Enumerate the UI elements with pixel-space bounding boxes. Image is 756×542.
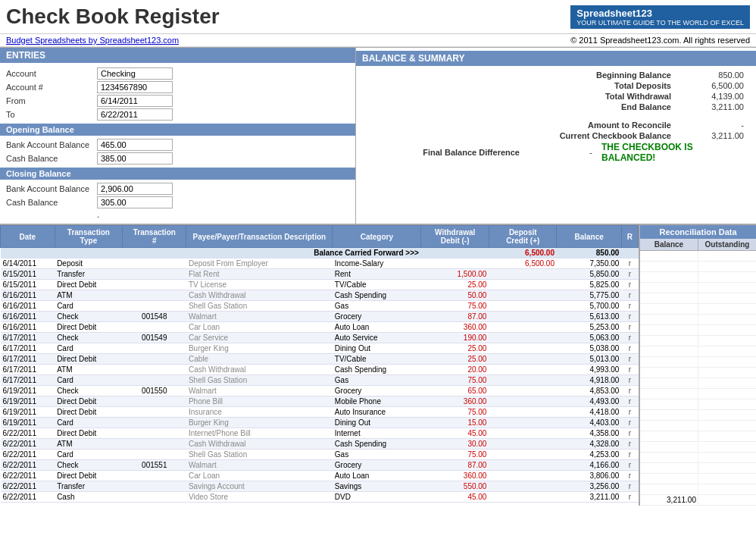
sub-header: Budget Spreadsheets by Spreadsheet123.co… [0, 34, 756, 47]
entry-row-cash-close: Cash Balance 305.00 [6, 196, 349, 208]
entries-section: ENTRIES Account Checking Account # 12345… [0, 48, 356, 224]
carry-forward-row: Balance Carried Forward >>> 6,500.00 850… [1, 248, 639, 258]
recon-row [640, 315, 756, 325]
closing-balance-header: Closing Balance [0, 168, 355, 180]
balance-row-checkbook: Current Checkbook Balance 3,211.00 [368, 131, 744, 140]
table-row: 6/22/2011 Transfer Savings Account Savin… [1, 481, 639, 492]
balance-row-difference: Final Balance Difference - THE CHECKBOOK… [368, 142, 744, 163]
logo-name: Spreadsheet123 YOUR ULTIMATE GUIDE TO TH… [570, 5, 750, 29]
recon-row [640, 251, 756, 262]
recon-row [640, 410, 756, 421]
register-table-wrap: Date TransactionType Transaction# Payee/… [0, 225, 639, 506]
table-row: 6/15/2011 Transfer Flat Rent Rent 1,500.… [1, 269, 639, 280]
table-row: 6/17/2011 Direct Debit Cable TV/Cable 25… [1, 354, 639, 365]
table-row: 6/19/2011 Direct Debit Insurance Auto In… [1, 407, 639, 418]
entry-row-dot: . [6, 210, 349, 219]
table-row: 6/17/2011 ATM Cash Withdrawal Cash Spend… [1, 365, 639, 375]
table-row: 6/19/2011 Card Burger King Dining Out 15… [1, 418, 639, 428]
table-row: 6/22/2011 ATM Cash Withdrawal Cash Spend… [1, 439, 639, 450]
recon-row [640, 421, 756, 431]
table-row: 6/16/2011 Direct Debit Car Loan Auto Loa… [1, 322, 639, 333]
recon-row [640, 336, 756, 346]
reconciliation-panel: Reconciliation Data Balance Outstanding [639, 225, 756, 506]
entry-row-cash-open: Cash Balance 385.00 [6, 152, 349, 164]
balance-header: BALANCE & SUMMARY [356, 51, 756, 66]
subtitle-link[interactable]: Budget Spreadsheets by Spreadsheet123.co… [6, 36, 179, 45]
table-area: Date TransactionType Transaction# Payee/… [0, 224, 756, 506]
recon-subheaders: Balance Outstanding [640, 239, 756, 251]
recon-row [640, 474, 756, 484]
recon-rows: 3,211.00 [640, 251, 756, 506]
col-header-dep: DepositCredit (+) [489, 226, 557, 248]
col-header-desc: Payee/Payer/Transaction Description [186, 226, 333, 248]
register-table: Date TransactionType Transaction# Payee/… [0, 225, 639, 503]
table-row: 6/17/2011 Card Burger King Dining Out 25… [1, 343, 639, 354]
recon-row [640, 453, 756, 463]
reconciliation-header: Reconciliation Data [640, 225, 756, 239]
table-row: 6/22/2011 Direct Debit Car Loan Auto Loa… [1, 471, 639, 481]
balance-row-beginning: Beginning Balance 850.00 [368, 70, 744, 80]
table-row: 6/17/2011 Card Shell Gas Station Gas 75.… [1, 375, 639, 386]
recon-row [640, 484, 756, 495]
table-row: 6/22/2011 Direct Debit Internet/Phone Bi… [1, 428, 639, 439]
balance-row-reconcile: Amount to Reconcile - [368, 121, 744, 130]
table-row: 6/14/2011 Deposit Deposit From Employer … [1, 258, 639, 269]
recon-row [640, 389, 756, 399]
table-row: 6/16/2011 Card Shell Gas Station Gas 75.… [1, 301, 639, 312]
recon-row [640, 325, 756, 336]
recon-col-outstanding: Outstanding [698, 239, 756, 250]
table-row: 6/22/2011 Check 001551 Walmart Grocery 8… [1, 460, 639, 471]
balance-row-withdrawal: Total Withdrawal 4,139.00 [368, 92, 744, 101]
table-row: 6/15/2011 Direct Debit TV License TV/Cab… [1, 280, 639, 290]
col-header-wd: WithdrawalDebit (-) [421, 226, 489, 248]
recon-row [640, 431, 756, 442]
recon-row [640, 357, 756, 368]
page-header: Check Book Register Spreadsheet123 YOUR … [0, 0, 756, 34]
entries-body: Account Checking Account # 1234567890 Fr… [0, 63, 355, 224]
balanced-message: THE CHECKBOOK IS BALANCED! [601, 142, 744, 163]
logo-area: Spreadsheet123 YOUR ULTIMATE GUIDE TO TH… [570, 5, 750, 29]
recon-row [640, 442, 756, 453]
recon-row [640, 262, 756, 272]
col-header-r: R [621, 226, 638, 248]
recon-row [640, 272, 756, 283]
table-row: 6/19/2011 Check 001550 Walmart Grocery 6… [1, 386, 639, 396]
table-row: 6/19/2011 Direct Debit Phone Bill Mobile… [1, 396, 639, 407]
page-title: Check Book Register [6, 5, 220, 29]
recon-row [640, 399, 756, 410]
balance-row-deposits: Total Deposits 6,500.00 [368, 81, 744, 90]
table-row: 6/22/2011 Card Shell Gas Station Gas 75.… [1, 450, 639, 460]
col-header-cat: Category [333, 226, 421, 248]
entry-row-to: To 6/22/2011 [6, 108, 349, 121]
col-header-bal: Balance [557, 226, 621, 248]
recon-row [640, 304, 756, 315]
entry-row-accountnum: Account # 1234567890 [6, 81, 349, 93]
balance-section: BALANCE & SUMMARY Beginning Balance 850.… [356, 48, 756, 224]
col-header-type: TransactionType [55, 226, 123, 248]
balance-body: Beginning Balance 850.00 Total Deposits … [356, 66, 756, 168]
copyright: © 2011 Spreadsheet123.com. All rights re… [570, 36, 750, 45]
table-row: 6/16/2011 Check 001548 Walmart Grocery 8… [1, 312, 639, 322]
entry-row-bank-open: Bank Account Balance 465.00 [6, 139, 349, 151]
entry-row-bank-close: Bank Account Balance 2,906.00 [6, 183, 349, 195]
recon-row [640, 463, 756, 474]
entry-row-from: From 6/14/2011 [6, 95, 349, 107]
recon-row [640, 368, 756, 378]
recon-row [640, 346, 756, 357]
col-header-date: Date [1, 226, 55, 248]
balance-row-end: End Balance 3,211.00 [368, 102, 744, 111]
col-header-num: Transaction# [123, 226, 186, 248]
recon-row: 3,211.00 [640, 495, 756, 506]
entries-header: ENTRIES [0, 48, 355, 63]
table-row: 6/22/2011 Cash Video Store DVD 45.00 3,2… [1, 492, 639, 503]
table-row: 6/17/2011 Check 001549 Car Service Auto … [1, 333, 639, 343]
recon-col-balance: Balance [640, 239, 698, 250]
entry-row-account: Account Checking [6, 67, 349, 80]
opening-balance-header: Opening Balance [0, 124, 355, 136]
top-sections: ENTRIES Account Checking Account # 12345… [0, 47, 756, 224]
recon-row [640, 283, 756, 293]
table-row: 6/16/2011 ATM Cash Withdrawal Cash Spend… [1, 290, 639, 301]
recon-row [640, 293, 756, 304]
recon-row [640, 378, 756, 389]
